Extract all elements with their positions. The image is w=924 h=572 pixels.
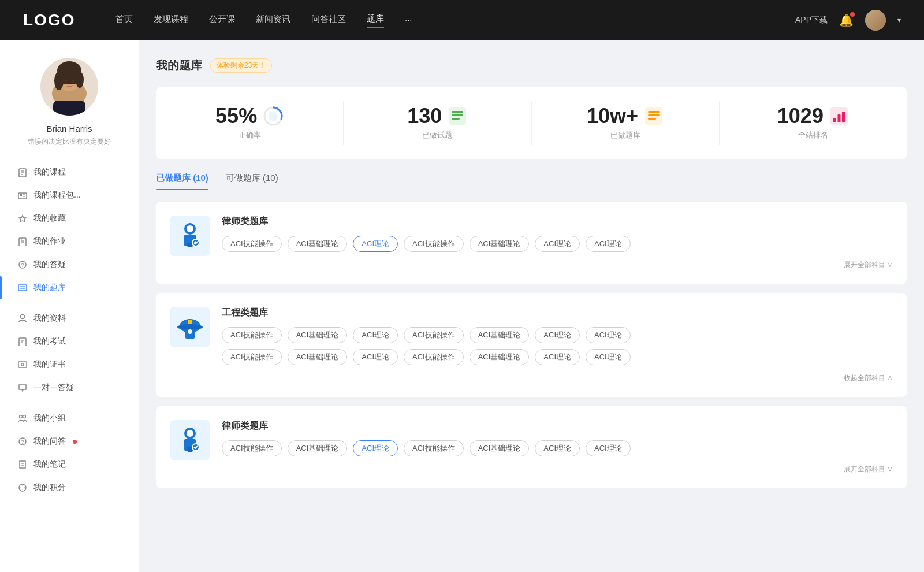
user-name: Brian Harris (46, 124, 92, 133)
sidebar-divider-1 (14, 303, 125, 303)
qbank-1-r2-tag-5[interactable]: ACI理论 (535, 349, 580, 365)
qbank-1-r2-tag-4[interactable]: ACI基础理论 (470, 349, 530, 365)
qbank-content-2: 律师类题库 ACI技能操作 ACI基础理论 ACI理论 ACI技能操作 ACI基… (222, 420, 893, 474)
stat-accuracy-top: 55% (215, 106, 284, 127)
qbank-content-1: 工程类题库 ACI技能操作 ACI基础理论 ACI理论 ACI技能操作 ACI基… (222, 307, 893, 383)
logo: LOGO (23, 11, 81, 29)
sidebar-item-package[interactable]: 我的课程包... (0, 184, 139, 207)
qbank-1-collapse[interactable]: 收起全部科目 ∧ (222, 371, 893, 383)
sidebar-item-tutoring[interactable]: 一对一答疑 (0, 376, 139, 399)
qbank-1-r2-tag-6[interactable]: ACI理论 (586, 349, 631, 365)
sidebar-item-cert[interactable]: 我的证书 (0, 353, 139, 376)
qbank-1-r2-tag-3[interactable]: ACI技能操作 (404, 349, 464, 365)
qbank-2-tag-2[interactable]: ACI理论 (353, 440, 398, 456)
qbank-card-1: 工程类题库 ACI技能操作 ACI基础理论 ACI理论 ACI技能操作 ACI基… (156, 293, 907, 397)
main-container: Brian Harris 错误的决定比没有决定要好 我的课程 我的课程包... … (0, 40, 924, 572)
svg-text:?: ? (21, 439, 24, 445)
svg-rect-49 (648, 114, 660, 116)
nav-home[interactable]: 首页 (116, 14, 133, 27)
nav-qbank[interactable]: 题库 (367, 13, 384, 28)
stats-row: 55% 正确率 130 (156, 87, 907, 159)
qbank-2-tag-6[interactable]: ACI理论 (586, 440, 631, 456)
qbank-1-r2-tag-0[interactable]: ACI技能操作 (222, 349, 282, 365)
qbank-tags-1-row1: ACI技能操作 ACI基础理论 ACI理论 ACI技能操作 ACI基础理论 AC… (222, 327, 893, 343)
sidebar-item-notes[interactable]: 我的笔记 (0, 453, 139, 476)
stat-accuracy: 55% 正确率 (156, 101, 344, 145)
qbank-0-tag-3[interactable]: ACI技能操作 (404, 236, 464, 252)
svg-point-5 (54, 72, 64, 90)
sidebar-label-tutoring: 一对一答疑 (33, 382, 74, 393)
tabs-row: 已做题库 (10) 可做题库 (10) (156, 173, 907, 190)
svg-rect-30 (18, 362, 27, 367)
svg-point-31 (21, 363, 24, 366)
user-dropdown-arrow[interactable]: ▾ (897, 16, 901, 24)
sidebar-label-notes: 我的笔记 (33, 459, 66, 470)
svg-rect-18 (19, 238, 26, 246)
qbank-1-r1-tag-0[interactable]: ACI技能操作 (222, 327, 282, 343)
sidebar-label-qbank: 我的题库 (33, 283, 66, 293)
nav-more[interactable]: ··· (405, 14, 412, 27)
svg-point-63 (188, 329, 192, 334)
qbank-0-tag-1[interactable]: ACI基础理论 (288, 236, 348, 252)
qbank-1-r1-tag-3[interactable]: ACI技能操作 (404, 327, 464, 343)
qbank-2-expand[interactable]: 展开全部科目 ∨ (222, 462, 893, 474)
svg-point-38 (19, 484, 26, 491)
sidebar-item-qa-my[interactable]: ? 我的答疑 (0, 253, 139, 276)
qbank-icon (17, 283, 28, 293)
qbank-0-tag-2[interactable]: ACI理论 (353, 236, 398, 252)
sidebar-label-homework: 我的作业 (33, 236, 66, 247)
qbank-0-tag-6[interactable]: ACI理论 (586, 236, 631, 252)
sidebar-item-profile[interactable]: 我的资料 (0, 307, 139, 330)
qbank-2-tag-1[interactable]: ACI基础理论 (288, 440, 348, 456)
nav-news[interactable]: 新闻资讯 (256, 14, 290, 27)
nav-links: 首页 发现课程 公开课 新闻资讯 问答社区 题库 ··· (116, 13, 795, 28)
qbank-2-tag-0[interactable]: ACI技能操作 (222, 440, 282, 456)
nav-open-course[interactable]: 公开课 (209, 14, 235, 27)
sidebar-item-qbank[interactable]: 我的题库 (0, 276, 139, 299)
avatar[interactable] (865, 10, 886, 31)
qbank-1-r2-tag-1[interactable]: ACI基础理论 (288, 349, 348, 365)
notification-bell[interactable]: 🔔 (839, 13, 854, 27)
sidebar-label-group: 我的小组 (33, 413, 66, 424)
sidebar-label-package: 我的课程包... (33, 190, 81, 200)
cert-icon (17, 359, 28, 370)
sidebar-item-group[interactable]: 我的小组 (0, 407, 139, 430)
svg-rect-15 (20, 194, 22, 196)
qbank-1-r1-tag-2[interactable]: ACI理论 (353, 327, 398, 343)
sidebar-item-favorites[interactable]: 我的收藏 (0, 207, 139, 230)
svg-rect-50 (648, 118, 656, 120)
tab-done-banks[interactable]: 已做题库 (10) (156, 173, 208, 190)
avatar-image (865, 10, 886, 31)
nav-discover[interactable]: 发现课程 (154, 14, 188, 27)
exam-icon (17, 336, 28, 347)
qbank-2-tag-5[interactable]: ACI理论 (535, 440, 580, 456)
qbank-2-tag-3[interactable]: ACI技能操作 (404, 440, 464, 456)
tab-available-banks[interactable]: 可做题库 (10) (226, 173, 278, 190)
qbank-1-r1-tag-1[interactable]: ACI基础理论 (288, 327, 348, 343)
qbank-0-tag-5[interactable]: ACI理论 (535, 236, 580, 252)
sidebar-menu: 我的课程 我的课程包... 我的收藏 我的作业 (0, 161, 139, 499)
qa-my-icon: ? (17, 259, 28, 270)
app-download-button[interactable]: APP下载 (795, 15, 828, 25)
sidebar-item-myqa[interactable]: ? 我的问答 (0, 430, 139, 453)
sidebar-label-profile: 我的资料 (33, 313, 66, 324)
nav-qa[interactable]: 问答社区 (311, 14, 346, 27)
course-icon (17, 167, 28, 177)
qbank-2-tag-4[interactable]: ACI基础理论 (470, 440, 530, 456)
stat-banks-label: 已做题库 (610, 130, 640, 140)
sidebar-item-homework[interactable]: 我的作业 (0, 230, 139, 253)
qbank-1-r1-tag-5[interactable]: ACI理论 (535, 327, 580, 343)
sidebar-item-course[interactable]: 我的课程 (0, 161, 139, 184)
sidebar-item-exam[interactable]: 我的考试 (0, 330, 139, 353)
qbank-1-r2-tag-2[interactable]: ACI理论 (353, 349, 398, 365)
homework-icon (17, 236, 28, 247)
sidebar-item-points[interactable]: 我的积分 (0, 476, 139, 499)
sidebar-label-points: 我的积分 (33, 482, 66, 493)
svg-point-39 (21, 486, 24, 489)
qbank-0-tag-4[interactable]: ACI基础理论 (470, 236, 530, 252)
tutoring-icon (17, 382, 28, 393)
qbank-1-r1-tag-6[interactable]: ACI理论 (586, 327, 631, 343)
qbank-0-tag-0[interactable]: ACI技能操作 (222, 236, 282, 252)
qbank-1-r1-tag-4[interactable]: ACI基础理论 (470, 327, 530, 343)
qbank-0-expand[interactable]: 展开全部科目 ∨ (222, 258, 893, 270)
